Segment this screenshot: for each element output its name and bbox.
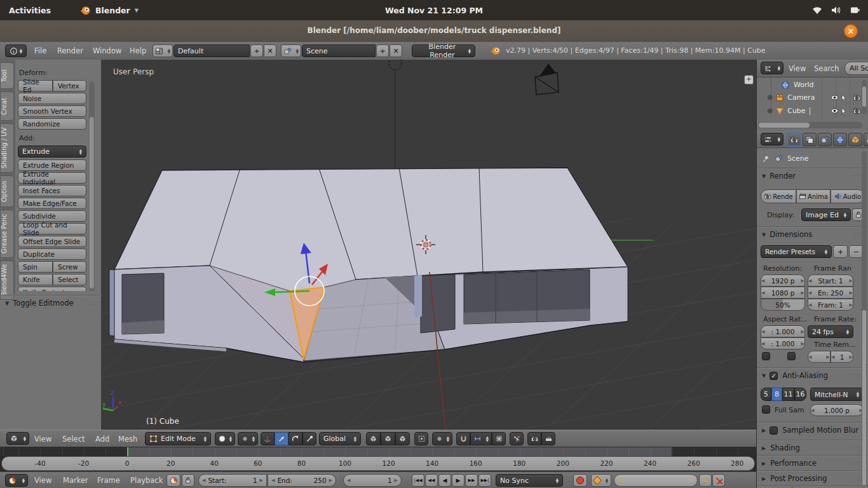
manipulator-scale-button[interactable]: [302, 432, 316, 445]
tab-tools[interactable]: Tool: [0, 62, 14, 89]
tab-blend4web[interactable]: Blend4We: [0, 261, 14, 300]
view3d-menu-mesh[interactable]: Mesh: [118, 435, 137, 444]
sync-mode-select[interactable]: No Sync ▲▼: [496, 474, 563, 487]
tab-constraints[interactable]: [864, 133, 868, 146]
mode-select[interactable]: Edit Mode ▲▼: [145, 432, 211, 445]
tab-create[interactable]: Creat: [0, 92, 14, 121]
scrollbar-thumb[interactable]: [862, 86, 866, 107]
frame-rate-select[interactable]: 24 fps ▲▼: [808, 325, 853, 338]
jump-to-end-button[interactable]: ▶▶|: [478, 474, 491, 487]
extrude-individual-button[interactable]: Extrude Individual: [18, 172, 86, 184]
stepper-left-icon[interactable]: ◀: [347, 478, 350, 483]
resolution-x-field[interactable]: ◀1920 p▶: [761, 274, 805, 287]
aa-samples-5-button[interactable]: 5: [761, 388, 771, 401]
preset-add-button[interactable]: +: [833, 245, 848, 258]
render-engine-select[interactable]: Blender Render ▲▼: [412, 44, 475, 57]
time-remap-old-field[interactable]: ◀▶: [808, 351, 831, 363]
render-panel-header[interactable]: ▼ Render ::::: [762, 172, 864, 180]
menu-render[interactable]: Render: [57, 46, 83, 55]
viewport-shading-select[interactable]: ▲▼: [215, 432, 235, 445]
knife-button[interactable]: Knife: [18, 274, 53, 285]
scrollbar-thumb[interactable]: [90, 117, 94, 288]
border-checkbox[interactable]: [762, 352, 770, 360]
clock[interactable]: Wed Nov 21 12:09 PM: [0, 6, 868, 15]
aa-samples-11-button[interactable]: 11: [782, 388, 794, 401]
panel-performance[interactable]: ▶ Performance ::::: [762, 459, 864, 468]
aa-samples-8-button[interactable]: 8: [771, 388, 782, 401]
make-edge-face-button[interactable]: Make Edge/Face: [18, 198, 86, 209]
panel-sampled-motion-blur[interactable]: ▶ Sampled Motion Blur: [762, 426, 865, 435]
view3d-menu-add[interactable]: Add: [95, 435, 109, 444]
noise-button[interactable]: Noise: [18, 93, 86, 104]
layout-name-field[interactable]: Default: [173, 44, 250, 57]
aa-samples-16-button[interactable]: 16: [794, 388, 806, 401]
frame-end-field[interactable]: ◀ End: 250 ▶: [268, 474, 336, 487]
scrollbar-thumb[interactable]: [759, 123, 810, 128]
cursor-arrow-icon[interactable]: [840, 94, 848, 102]
tab-options[interactable]: Option: [0, 175, 14, 207]
menu-help[interactable]: Help: [130, 46, 146, 55]
layout-add-button[interactable]: +: [250, 44, 263, 57]
keying-set-select[interactable]: ▲▼: [591, 474, 611, 487]
aspect-y-field[interactable]: ◀: 1.000▶: [761, 337, 805, 349]
randomize-button[interactable]: Randomize: [18, 118, 86, 130]
timeline-editor-type-button[interactable]: ▲▼: [5, 474, 28, 487]
panel-post-processing[interactable]: ▶ Post Processing ::::: [762, 474, 864, 483]
anti-aliasing-checkbox[interactable]: ✓: [770, 372, 778, 380]
slide-edge-button[interactable]: Slide Ed: [18, 80, 53, 92]
smooth-vertex-button[interactable]: Smooth Vertex: [18, 105, 86, 117]
tab-grease-pencil[interactable]: Grease Penc: [0, 210, 14, 258]
network-wifi-icon[interactable]: [812, 6, 822, 15]
duplicate-button[interactable]: Duplicate: [18, 248, 86, 260]
auto-keyframe-button[interactable]: [573, 474, 587, 487]
crop-checkbox[interactable]: [787, 352, 796, 360]
transform-orientation-select[interactable]: Global ▲▼: [319, 432, 361, 445]
view3d-editor-type-button[interactable]: ▲▼: [6, 432, 29, 445]
outliner-menu-view[interactable]: View: [789, 64, 806, 73]
motion-blur-checkbox[interactable]: [770, 426, 778, 435]
lock-frame-range-button[interactable]: [182, 474, 194, 487]
lamp-object[interactable]: [389, 60, 402, 70]
expand-icon[interactable]: ⊕: [767, 93, 773, 102]
manipulator-rotate-button[interactable]: [288, 432, 302, 445]
extrude-region-button[interactable]: Extrude Region: [18, 159, 86, 171]
timeline-menu-playback[interactable]: Playback: [130, 476, 163, 485]
outliner-hscrollbar[interactable]: [758, 122, 862, 128]
menu-window[interactable]: Window: [93, 46, 121, 55]
jump-to-start-button[interactable]: |◀◀: [412, 474, 424, 487]
proportional-edit-select[interactable]: ▲▼: [432, 432, 452, 445]
manipulator-axes-button[interactable]: [261, 432, 275, 445]
scrollbar-thumb[interactable]: [862, 310, 866, 485]
window-title-bar[interactable]: Blender [/home/liam/doober/models/truck …: [0, 20, 868, 43]
outliner-display-filter-select[interactable]: All Sc: [844, 62, 868, 75]
snap-target-button[interactable]: [492, 432, 506, 445]
menu-file[interactable]: File: [34, 46, 46, 55]
snap-element-select[interactable]: ▲▼: [470, 432, 492, 445]
view3d-menu-select[interactable]: Select: [62, 435, 85, 444]
prev-keyframe-button[interactable]: ◀◀: [425, 474, 438, 487]
anti-aliasing-panel-header[interactable]: ▼ ✓ Anti-Aliasing ::::: [762, 371, 864, 380]
operator-panel-header[interactable]: ▼ Toggle Editmode ::::: [5, 299, 99, 308]
select-button[interactable]: Select: [53, 274, 86, 285]
active-keying-set-field[interactable]: [614, 474, 698, 487]
next-keyframe-button[interactable]: ▶▶: [465, 474, 478, 487]
view3d-menu-view[interactable]: View: [34, 435, 51, 444]
panel-grip-icon[interactable]: ::::: [90, 301, 99, 306]
offset-edge-slide-button[interactable]: Offset Edge Slide: [18, 236, 86, 247]
outliner-menu-search[interactable]: Search: [814, 64, 839, 73]
timeline-ruler[interactable]: -40-200204060801001201401601802002202402…: [1, 456, 755, 471]
outliner-editor-type-button[interactable]: ▲▼: [761, 62, 783, 74]
opengl-render-image-button[interactable]: [527, 432, 541, 445]
full-sample-checkbox[interactable]: [762, 405, 770, 414]
aspect-x-field[interactable]: ◀: 1.000▶: [761, 325, 805, 337]
face-select-mode-button[interactable]: [395, 432, 410, 445]
tab-object[interactable]: [848, 133, 862, 146]
scene-add-button[interactable]: +: [376, 44, 389, 57]
panel-shading[interactable]: ▶ Shading ::::: [762, 444, 864, 452]
eye-icon[interactable]: [831, 93, 839, 102]
render-image-button[interactable]: Rende: [761, 189, 796, 203]
info-editor-type-button[interactable]: ▲▼: [5, 44, 27, 57]
stepper-left-icon[interactable]: ◀: [271, 478, 275, 483]
tool-shelf-scrollbar[interactable]: [89, 81, 95, 291]
manipulator-translate-button[interactable]: [275, 432, 288, 445]
